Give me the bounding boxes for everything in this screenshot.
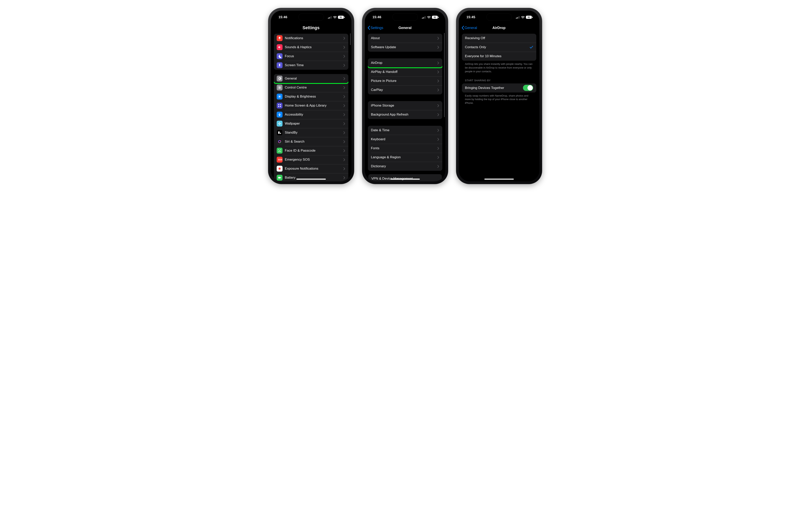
sun-icon: [277, 94, 282, 99]
chevron-right-icon: [343, 122, 345, 125]
flower-icon: [277, 120, 282, 127]
settings-row-notifications[interactable]: Notifications: [274, 34, 348, 43]
row-label: About: [371, 36, 437, 40]
chevron-right-icon: [437, 46, 439, 49]
general-row-airdrop[interactable]: AirDrop: [368, 58, 442, 67]
svg-rect-29: [422, 18, 422, 19]
home-indicator[interactable]: [390, 179, 420, 180]
nav-bar: Settings General: [365, 23, 446, 33]
airdrop-option-everyone-for-minutes[interactable]: Everyone for 10 Minutes: [462, 52, 536, 61]
settings-row-emergency-sos[interactable]: SOSEmergency SOS: [274, 155, 348, 164]
standby-icon: [277, 130, 282, 135]
status-time: 15:46: [373, 15, 382, 19]
option-label: Everyone for 10 Minutes: [465, 54, 533, 58]
status-time: 15:45: [467, 15, 475, 19]
svg-rect-22: [280, 133, 281, 134]
option-label: Contacts Only: [465, 45, 530, 49]
chevron-right-icon: [343, 55, 345, 58]
dynamic-island: [298, 13, 324, 21]
svg-rect-30: [423, 17, 423, 19]
status-time: 15:46: [279, 15, 288, 19]
settings-row-exposure-notifications[interactable]: Exposure Notifications: [274, 164, 348, 173]
option-label: Receiving Off: [465, 36, 533, 40]
general-row-fonts[interactable]: Fonts: [368, 144, 442, 153]
svg-rect-31: [424, 17, 424, 19]
nav-bar: Settings: [271, 23, 352, 33]
chevron-right-icon: [343, 46, 345, 49]
dynamic-island: [486, 13, 512, 21]
chevron-right-icon: [437, 113, 439, 116]
chevron-right-icon: [343, 77, 345, 80]
settings-row-siri-search[interactable]: Siri & Search: [274, 137, 348, 146]
general-row-keyboard[interactable]: Keyboard: [368, 135, 442, 144]
general-row-dictionary[interactable]: Dictionary: [368, 162, 442, 171]
general-row-carplay[interactable]: CarPlay: [368, 85, 442, 94]
dynamic-island: [392, 13, 418, 21]
settings-row-home-screen-app-library[interactable]: Home Screen & App Library: [274, 101, 348, 110]
phone-general: 15:46 91 Settings General AboutSoftware …: [362, 8, 448, 184]
row-label: Control Centre: [285, 85, 343, 90]
settings-row-general[interactable]: General: [274, 74, 348, 83]
general-row-software-update[interactable]: Software Update: [368, 43, 442, 52]
namedrop-description: Easily swap numbers with NameDrop, share…: [462, 93, 536, 105]
row-label: Dictionary: [371, 164, 437, 168]
settings-row-standby[interactable]: StandBy: [274, 128, 348, 137]
svg-point-26: [279, 168, 280, 170]
general-row-airplay-handoff[interactable]: AirPlay & Handoff: [368, 67, 442, 76]
chevron-right-icon: [437, 129, 439, 132]
settings-row-wallpaper[interactable]: Wallpaper: [274, 119, 348, 128]
toggle-switch[interactable]: [523, 85, 533, 91]
settings-row-battery[interactable]: Battery: [274, 173, 348, 181]
general-row-picture-in-picture[interactable]: Picture in Picture: [368, 76, 442, 85]
home-indicator[interactable]: [484, 179, 514, 180]
svg-point-15: [279, 113, 280, 114]
general-row-iphone-storage[interactable]: iPhone Storage: [368, 101, 442, 110]
battery-icon: [277, 175, 282, 181]
general-row-background-app-refresh[interactable]: Background App Refresh: [368, 110, 442, 119]
general-row-language-region[interactable]: Language & Region: [368, 153, 442, 162]
back-button[interactable]: Settings: [368, 23, 383, 33]
chevron-right-icon: [343, 140, 345, 143]
settings-row-accessibility[interactable]: Accessibility: [274, 110, 348, 119]
airdrop-option-contacts-only[interactable]: Contacts Only: [462, 43, 536, 52]
settings-row-focus[interactable]: Focus: [274, 52, 348, 61]
settings-row-control-centre[interactable]: Control Centre: [274, 83, 348, 92]
chevron-right-icon: [437, 88, 439, 92]
checkmark-icon: [530, 46, 533, 49]
chevron-right-icon: [343, 95, 345, 98]
scroll-indicator[interactable]: [444, 33, 444, 117]
back-button[interactable]: General: [461, 23, 477, 33]
svg-rect-27: [278, 177, 280, 178]
svg-rect-33: [516, 18, 517, 19]
svg-rect-11: [278, 104, 279, 105]
page-title: Settings: [303, 25, 320, 30]
settings-row-display-brightness[interactable]: Display & Brightness: [274, 92, 348, 101]
general-row-date-time[interactable]: Date & Time: [368, 126, 442, 135]
row-label: CarPlay: [371, 88, 437, 92]
bringing-devices-together-row[interactable]: Bringing Devices Together: [462, 83, 536, 93]
home-indicator[interactable]: [296, 179, 326, 180]
svg-rect-1: [329, 17, 329, 19]
sliders-icon: [277, 85, 282, 91]
settings-row-sounds-haptics[interactable]: Sounds & Haptics: [274, 43, 348, 52]
settings-row-face-id-passcode[interactable]: Face ID & Passcode: [274, 146, 348, 155]
general-row-about[interactable]: About: [368, 34, 442, 43]
cellular-icon: [422, 16, 426, 19]
general-row-vpn[interactable]: VPN & Device Management: [368, 174, 442, 181]
chevron-left-icon: [368, 26, 370, 30]
chevron-right-icon: [437, 80, 439, 82]
svg-point-19: [278, 123, 279, 124]
svg-point-7: [279, 86, 279, 87]
svg-rect-12: [280, 104, 281, 105]
chevron-right-icon: [343, 37, 345, 40]
settings-row-screen-time[interactable]: Screen Time: [274, 61, 348, 70]
section-header: START SHARING BY: [462, 79, 536, 82]
row-label: Fonts: [371, 146, 437, 150]
chevron-right-icon: [343, 158, 345, 161]
chevron-right-icon: [437, 37, 439, 40]
chevron-right-icon: [343, 149, 345, 152]
chevron-right-icon: [343, 113, 345, 116]
svg-rect-13: [278, 106, 279, 107]
scroll-indicator[interactable]: [350, 33, 351, 45]
airdrop-option-receiving-off[interactable]: Receiving Off: [462, 34, 536, 43]
